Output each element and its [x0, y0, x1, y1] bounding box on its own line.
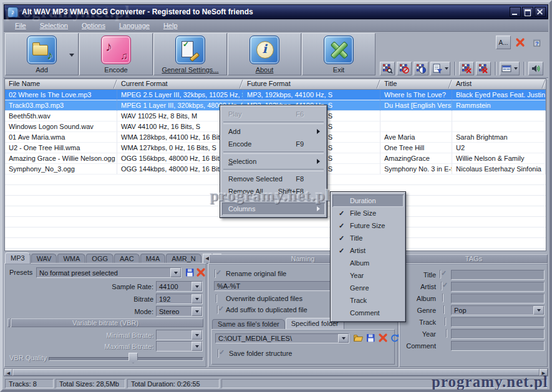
delete-path-icon[interactable]: [378, 333, 389, 343]
dropdown-arrow-icon[interactable]: [69, 54, 74, 57]
menu-options[interactable]: Options: [82, 22, 105, 29]
browse-folder-icon[interactable]: [353, 333, 364, 343]
scroll-left-button[interactable]: ◀: [4, 369, 12, 376]
save-structure-checkbox[interactable]: [218, 349, 219, 358]
title-bar[interactable]: ♪ Alt WAV MP3 WMA OGG Converter - Regist…: [4, 4, 548, 19]
tag-field-track[interactable]: [451, 317, 545, 327]
columns-item-title[interactable]: ✓Title: [332, 232, 404, 244]
tag-field-title[interactable]: [451, 270, 545, 280]
column-header-current-format[interactable]: Current Format: [117, 79, 243, 90]
preset-combo[interactable]: No format preset selected: [36, 267, 182, 278]
toolbar-exit[interactable]: Exit: [302, 33, 375, 75]
tag-checkbox-genre[interactable]: [443, 305, 445, 314]
mode-combo[interactable]: Stereo: [156, 306, 203, 317]
view-layout-button[interactable]: [500, 62, 520, 75]
sound-button[interactable]: [528, 62, 543, 75]
columns-item-artist[interactable]: ✓Artist: [332, 244, 404, 257]
menu-help[interactable]: Help: [163, 22, 178, 29]
context-menu-item-remove-all[interactable]: Remove AllShift+F8: [222, 185, 325, 198]
file-list-button[interactable]: [430, 62, 450, 75]
column-header-artist[interactable]: Artist: [452, 79, 546, 90]
output-path-dropdown[interactable]: [338, 334, 349, 343]
toolbar-about[interactable]: iAbout: [228, 33, 301, 75]
tag-field-year[interactable]: [451, 329, 545, 339]
context-menu-item-add[interactable]: Add: [222, 125, 325, 138]
refresh-icon[interactable]: [389, 333, 400, 343]
remove-selected-button[interactable]: [459, 62, 474, 75]
remove-all-button[interactable]: [476, 62, 491, 75]
output-tab-same-as-file-s-folder[interactable]: Same as file's folder: [212, 319, 285, 329]
help-button[interactable]: ?: [530, 36, 545, 49]
mode-dropdown[interactable]: [191, 307, 202, 316]
maximize-button[interactable]: [522, 7, 533, 17]
dropdown-arrow-icon[interactable]: [445, 67, 448, 70]
format-tab-wma[interactable]: WMA: [57, 254, 85, 264]
sample-rate-dropdown[interactable]: [191, 282, 202, 291]
toolbar-add[interactable]: ♪Add: [5, 33, 79, 75]
remove-button[interactable]: [513, 36, 528, 49]
column-header-title[interactable]: Title: [380, 79, 452, 90]
columns-item-comment[interactable]: Comment: [332, 307, 404, 319]
scroll-thumb[interactable]: [12, 369, 540, 376]
delete-preset-icon[interactable]: [196, 267, 206, 278]
columns-item-track[interactable]: Track: [332, 294, 404, 307]
context-menu-item-selection[interactable]: Selection: [222, 155, 325, 168]
vbr-quality-slider-track[interactable]: [49, 357, 203, 361]
save-preset-icon[interactable]: [185, 267, 195, 278]
columns-item-album[interactable]: Album: [332, 257, 404, 269]
vbr-quality-slider-thumb[interactable]: [128, 353, 138, 363]
output-path-combo[interactable]: C:\OUT_MEDIA_FILES\: [215, 333, 349, 343]
tag-combo-genre[interactable]: Pop: [451, 305, 545, 315]
format-tab-mp3[interactable]: MP3: [5, 252, 31, 264]
bitrate-combo[interactable]: 192: [156, 294, 203, 304]
bitrate-dropdown[interactable]: [191, 294, 202, 304]
tag-field-artist[interactable]: [451, 282, 545, 292]
menu-selection[interactable]: Selection: [40, 22, 68, 29]
format-tab-amr-n[interactable]: AMR_N: [166, 254, 201, 264]
column-header-file-name[interactable]: File Name: [5, 79, 117, 90]
columns-item-file-size[interactable]: ✓File Size: [332, 207, 404, 219]
overwrite-checkbox[interactable]: [216, 294, 217, 303]
format-tab-ogg[interactable]: OGG: [86, 254, 114, 264]
menu-language[interactable]: Language: [119, 22, 150, 29]
close-button[interactable]: [535, 7, 546, 17]
horizontal-scrollbar[interactable]: ◀ ▶: [4, 368, 548, 376]
tag-field-album[interactable]: [451, 294, 545, 304]
save-path-icon[interactable]: [366, 333, 376, 343]
menu-separator: [223, 199, 324, 201]
preset-dropdown-button[interactable]: [170, 268, 181, 277]
invert-selection-button[interactable]: [414, 62, 429, 75]
uncheck-all-button[interactable]: [397, 62, 412, 75]
menu-file[interactable]: File: [15, 22, 26, 29]
format-tab-aac[interactable]: AAC: [114, 254, 140, 264]
context-menu-item-remove-selected[interactable]: Remove SelectedF8: [222, 173, 325, 185]
context-menu-item-encode[interactable]: EncodeF9: [222, 138, 325, 150]
toolbar-encode[interactable]: ♪♫Encode: [79, 33, 153, 75]
columns-item-duration[interactable]: Duration: [332, 194, 404, 207]
tag-combo-dropdown[interactable]: [533, 306, 544, 315]
scroll-right-button[interactable]: ▶: [540, 369, 548, 376]
tag-checkbox-year[interactable]: [446, 329, 447, 338]
suffix-checkbox[interactable]: [217, 305, 218, 314]
column-header-future-format[interactable]: Future Format: [243, 79, 380, 90]
tag-field-comment[interactable]: [451, 341, 545, 351]
columns-item-future-size[interactable]: ✓Future Size: [332, 219, 404, 232]
tag-checkbox-track[interactable]: [445, 317, 446, 326]
vbr-checkbox[interactable]: [10, 318, 11, 327]
format-tab-wav[interactable]: WAV: [31, 254, 57, 264]
tag-checkbox-artist[interactable]: [441, 282, 442, 290]
sample-rate-combo[interactable]: 44100: [156, 281, 203, 292]
columns-item-genre[interactable]: Genre: [332, 282, 404, 294]
dropdown-arrow-icon[interactable]: [514, 67, 518, 70]
minimize-button[interactable]: [510, 7, 521, 17]
tag-checkbox-album[interactable]: [442, 294, 443, 302]
rename-checkbox[interactable]: [215, 269, 216, 278]
rename-format-button[interactable]: A...: [496, 36, 511, 49]
context-menu-item-columns[interactable]: Columns: [222, 203, 325, 215]
check-all-button[interactable]: [380, 62, 395, 75]
tag-checkbox-title[interactable]: [440, 270, 441, 279]
columns-item-year[interactable]: Year: [332, 269, 404, 282]
format-tab-m4a[interactable]: M4A: [140, 254, 166, 264]
table-row[interactable]: 02 Where Is The Love.mp3MPEG 2.5 Layer I…: [5, 90, 546, 100]
toolbar-general-settings[interactable]: ✓General Settings...: [153, 33, 227, 75]
